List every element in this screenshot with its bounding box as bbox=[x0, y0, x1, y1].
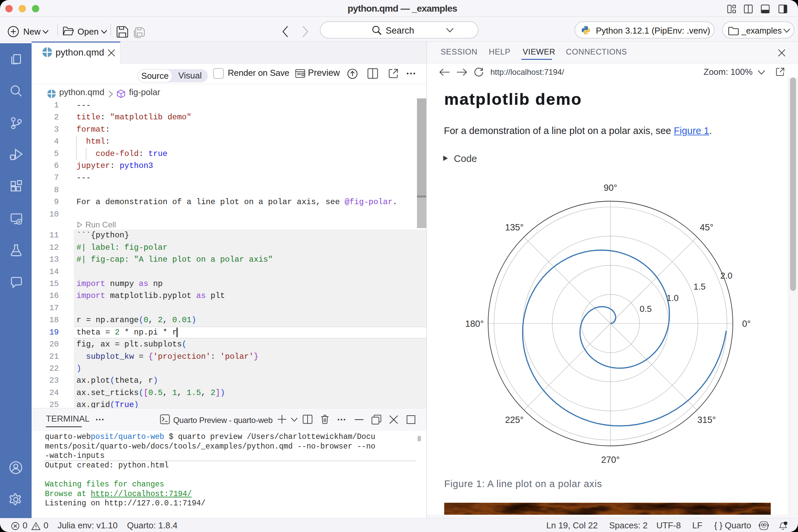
svg-text:2.0: 2.0 bbox=[721, 271, 733, 281]
svg-text:1.0: 1.0 bbox=[667, 293, 679, 303]
svg-text:0°: 0° bbox=[742, 319, 751, 329]
svg-text:180°: 180° bbox=[465, 319, 484, 329]
svg-text:315°: 315° bbox=[697, 415, 716, 425]
svg-text:0.5: 0.5 bbox=[640, 304, 652, 314]
svg-text:135°: 135° bbox=[505, 223, 524, 232]
svg-text:270°: 270° bbox=[601, 455, 620, 465]
svg-text:90°: 90° bbox=[604, 183, 618, 193]
svg-text:225°: 225° bbox=[505, 415, 524, 425]
svg-text:1.5: 1.5 bbox=[694, 282, 706, 291]
svg-text:45°: 45° bbox=[700, 223, 714, 232]
